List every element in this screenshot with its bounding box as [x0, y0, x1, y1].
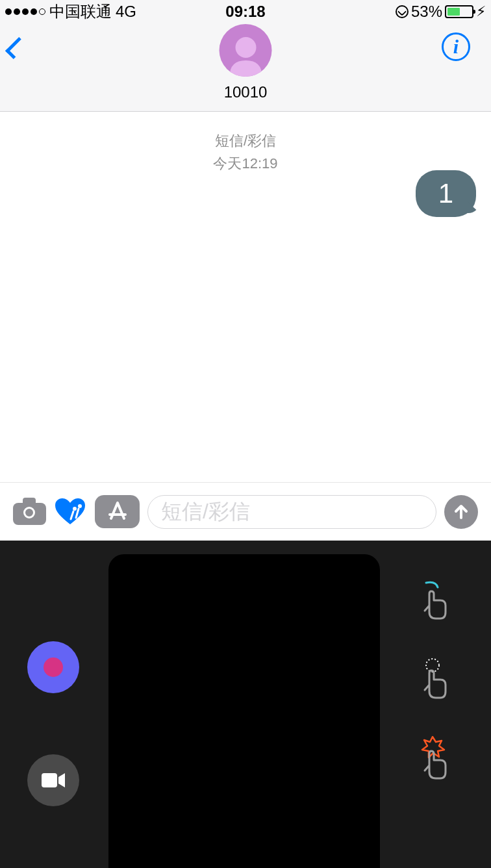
- status-right: 53% ⚡︎: [396, 3, 486, 21]
- svg-rect-3: [42, 773, 57, 787]
- send-button[interactable]: [444, 495, 478, 529]
- network-label: 4G: [116, 3, 136, 21]
- back-button[interactable]: [5, 36, 21, 62]
- message-input[interactable]: [147, 495, 436, 529]
- svg-point-0: [235, 37, 256, 58]
- svg-point-1: [73, 507, 77, 511]
- video-record-button[interactable]: [27, 754, 79, 806]
- tap-gesture-icon: [413, 580, 452, 628]
- heart-fingers-icon: [54, 497, 87, 526]
- battery-pct-label: 53%: [411, 3, 442, 21]
- chevron-left-icon: [5, 37, 27, 59]
- carrier-label: 中国联通: [49, 1, 112, 22]
- app-store-a-icon: [106, 500, 129, 524]
- gesture-hold-button[interactable]: [413, 657, 452, 706]
- svg-point-2: [78, 504, 82, 508]
- message-type-label: 短信/彩信: [0, 131, 491, 151]
- digital-touch-canvas[interactable]: [108, 554, 380, 868]
- battery-icon: [445, 5, 473, 18]
- signal-strength-icon: [5, 8, 45, 15]
- status-left: 中国联通 4G: [5, 1, 136, 22]
- arrow-up-icon: [453, 504, 470, 520]
- color-picker-button[interactable]: [27, 641, 79, 693]
- contact-avatar[interactable]: [215, 24, 277, 77]
- input-toolbar: [0, 482, 491, 541]
- nav-header: 10010 i: [0, 23, 491, 112]
- selected-color-swatch: [44, 657, 63, 677]
- digital-touch-button[interactable]: [54, 497, 87, 526]
- bubble-text: 1: [416, 170, 476, 217]
- status-bar: 中国联通 4G 09:18 53% ⚡︎: [0, 0, 491, 23]
- info-icon: i: [453, 36, 459, 58]
- info-button[interactable]: i: [442, 32, 470, 61]
- orientation-lock-icon: [396, 5, 409, 18]
- hold-gesture-icon: [413, 657, 452, 706]
- app-store-button[interactable]: [95, 495, 140, 528]
- digital-touch-panel: [0, 541, 491, 868]
- message-list[interactable]: 短信/彩信 今天12:19 1: [0, 112, 491, 482]
- video-camera-icon: [40, 771, 66, 790]
- gesture-fireball-button[interactable]: [413, 735, 452, 784]
- contact-name-label: 10010: [224, 83, 268, 101]
- gesture-tap-button[interactable]: [413, 580, 452, 628]
- camera-button[interactable]: [13, 499, 46, 525]
- clock-label: 09:18: [225, 3, 265, 21]
- charging-icon: ⚡︎: [476, 3, 486, 20]
- sent-message-bubble[interactable]: 1: [416, 170, 476, 217]
- person-silhouette-icon: [226, 34, 265, 77]
- fireball-gesture-icon: [413, 735, 452, 784]
